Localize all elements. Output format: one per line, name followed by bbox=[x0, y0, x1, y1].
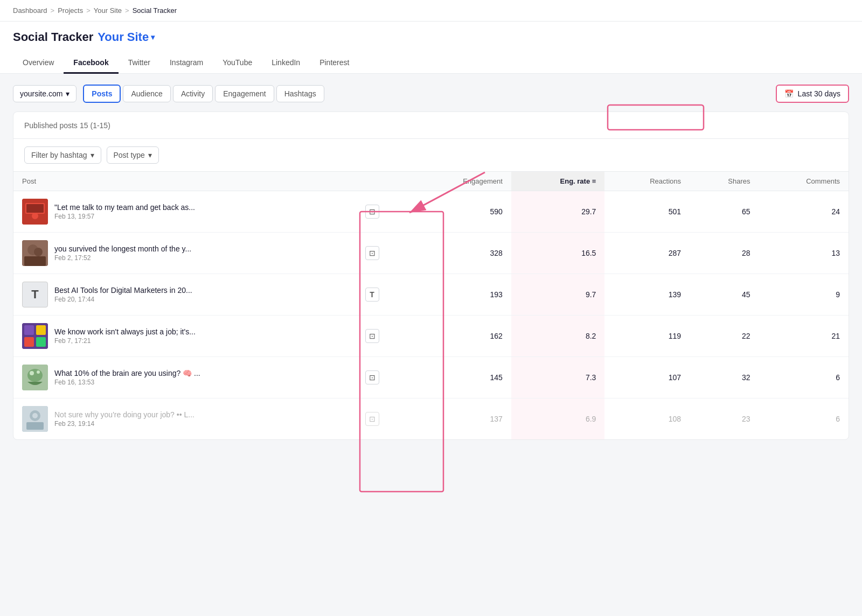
post-info: Not sure why you're doing your job? •• L… bbox=[54, 410, 194, 428]
subtab-activity[interactable]: Activity bbox=[173, 85, 213, 102]
tab-twitter[interactable]: Twitter bbox=[119, 53, 160, 74]
page-title: Social Tracker bbox=[13, 30, 93, 44]
engagement-cell: 145 bbox=[411, 357, 511, 398]
breadcrumb-projects[interactable]: Projects bbox=[58, 6, 83, 15]
post-type-filter-chevron-icon: ▾ bbox=[148, 151, 152, 159]
tab-instagram[interactable]: Instagram bbox=[160, 53, 213, 74]
post-thumbnail-img bbox=[22, 365, 48, 390]
hashtag-filter-chevron-icon: ▾ bbox=[91, 151, 94, 159]
svg-rect-19 bbox=[26, 422, 44, 430]
comments-cell: 13 bbox=[759, 233, 849, 274]
post-thumbnail bbox=[22, 323, 48, 349]
tab-linkedin[interactable]: LinkedIn bbox=[262, 53, 310, 74]
date-range-label: Last 30 days bbox=[798, 89, 840, 98]
post-title: Best AI Tools for Digital Marketers in 2… bbox=[54, 286, 192, 295]
site-select-chevron-icon: ▾ bbox=[66, 89, 69, 98]
post-cell: T Best AI Tools for Digital Marketers in… bbox=[13, 274, 357, 316]
hashtag-filter-label: Filter by hashtag bbox=[31, 151, 87, 159]
site-name-chevron-icon: ▾ bbox=[151, 33, 155, 41]
post-date: Feb 13, 19:57 bbox=[54, 213, 195, 220]
sub-tabs: Posts Audience Activity Engagement Hasht… bbox=[83, 85, 324, 103]
col-header-post: Post bbox=[13, 172, 357, 191]
sort-icon: ≡ bbox=[592, 177, 596, 185]
breadcrumb: Dashboard > Projects > Your Site > Socia… bbox=[0, 0, 862, 22]
post-title: "Let me talk to my team and get back as.… bbox=[54, 203, 195, 212]
breadcrumb-your-site[interactable]: Your Site bbox=[94, 6, 122, 15]
col-header-eng-rate[interactable]: Eng. rate ≡ bbox=[511, 172, 604, 191]
site-select-value: yoursite.com bbox=[20, 89, 62, 98]
published-posts-title: Published posts 15 (1-15) bbox=[24, 121, 110, 130]
posts-table: Post Engagement Eng. rate ≡ Reactions Sh… bbox=[13, 172, 849, 439]
hashtag-filter-button[interactable]: Filter by hashtag ▾ bbox=[24, 146, 101, 164]
tab-pinterest[interactable]: Pinterest bbox=[310, 53, 359, 74]
eng-rate-cell: 9.7 bbox=[511, 274, 604, 316]
post-info: Best AI Tools for Digital Marketers in 2… bbox=[54, 286, 192, 303]
post-type-icon: T bbox=[365, 288, 379, 302]
post-type-cell: ⊡ bbox=[357, 357, 412, 398]
content-area: yoursite.com ▾ Posts Audience Activity E… bbox=[0, 74, 862, 451]
post-date: Feb 16, 13:53 bbox=[54, 379, 200, 386]
post-type-cell: ⊡ bbox=[357, 191, 412, 233]
eng-rate-cell: 16.5 bbox=[511, 233, 604, 274]
post-title: you survived the longest month of the y.… bbox=[54, 244, 191, 253]
subtab-hashtags[interactable]: Hashtags bbox=[276, 85, 324, 102]
shares-cell: 22 bbox=[690, 316, 759, 357]
tab-facebook[interactable]: Facebook bbox=[64, 53, 118, 74]
site-select[interactable]: yoursite.com ▾ bbox=[13, 85, 77, 102]
shares-cell: 28 bbox=[690, 233, 759, 274]
breadcrumb-sep-2: > bbox=[86, 6, 91, 15]
comments-cell: 21 bbox=[759, 316, 849, 357]
breadcrumb-dashboard[interactable]: Dashboard bbox=[13, 6, 47, 15]
post-date: Feb 7, 17:21 bbox=[54, 337, 196, 345]
eng-rate-cell: 29.7 bbox=[511, 191, 604, 233]
breadcrumb-sep-3: > bbox=[125, 6, 129, 15]
table-row: you survived the longest month of the y.… bbox=[13, 233, 849, 274]
comments-cell: 6 bbox=[759, 398, 849, 440]
svg-rect-12 bbox=[36, 337, 46, 347]
post-type-filter-button[interactable]: Post type ▾ bbox=[107, 146, 159, 164]
post-thumbnail-img bbox=[22, 240, 48, 266]
toolbar-row: yoursite.com ▾ Posts Audience Activity E… bbox=[13, 85, 849, 103]
post-type-cell: T bbox=[357, 274, 412, 316]
shares-cell: 45 bbox=[690, 274, 759, 316]
post-title: What 10% of the brain are you using? 🧠 .… bbox=[54, 369, 200, 377]
svg-rect-10 bbox=[36, 325, 46, 335]
breadcrumb-sep-1: > bbox=[51, 6, 55, 15]
site-name-selector[interactable]: Your Site ▾ bbox=[98, 30, 155, 44]
date-range-button[interactable]: 📅 Last 30 days bbox=[776, 85, 849, 103]
subtab-posts[interactable]: Posts bbox=[83, 85, 121, 103]
svg-rect-11 bbox=[24, 337, 34, 347]
tab-overview[interactable]: Overview bbox=[13, 53, 64, 74]
reactions-cell: 501 bbox=[604, 191, 690, 233]
calendar-icon: 📅 bbox=[784, 89, 794, 98]
post-type-icon: ⊡ bbox=[365, 246, 379, 260]
left-toolbar: yoursite.com ▾ Posts Audience Activity E… bbox=[13, 85, 324, 103]
engagement-cell: 193 bbox=[411, 274, 511, 316]
shares-cell: 23 bbox=[690, 398, 759, 440]
post-thumbnail-img bbox=[22, 199, 48, 225]
post-thumbnail bbox=[22, 406, 48, 432]
svg-point-20 bbox=[32, 413, 38, 418]
post-date: Feb 20, 17:44 bbox=[54, 296, 192, 303]
reactions-cell: 287 bbox=[604, 233, 690, 274]
svg-point-15 bbox=[30, 371, 34, 375]
post-thumbnail-img bbox=[22, 323, 48, 349]
engagement-cell: 137 bbox=[411, 398, 511, 440]
engagement-cell: 162 bbox=[411, 316, 511, 357]
table-row: "Let me talk to my team and get back as.… bbox=[13, 191, 849, 233]
eng-rate-cell: 6.9 bbox=[511, 398, 604, 440]
post-thumbnail bbox=[22, 365, 48, 390]
engagement-cell: 328 bbox=[411, 233, 511, 274]
subtab-engagement[interactable]: Engagement bbox=[215, 85, 274, 102]
svg-rect-7 bbox=[24, 256, 46, 266]
card-header: Published posts 15 (1-15) bbox=[13, 112, 849, 139]
tab-youtube[interactable]: YouTube bbox=[213, 53, 262, 74]
breadcrumb-current: Social Tracker bbox=[133, 6, 177, 15]
post-type-icon: ⊡ bbox=[365, 370, 379, 384]
table-row: Not sure why you're doing your job? •• L… bbox=[13, 398, 849, 440]
post-thumbnail bbox=[22, 240, 48, 266]
reactions-cell: 107 bbox=[604, 357, 690, 398]
post-type-filter-label: Post type bbox=[114, 151, 145, 159]
table-row: What 10% of the brain are you using? 🧠 .… bbox=[13, 357, 849, 398]
subtab-audience[interactable]: Audience bbox=[123, 85, 170, 102]
